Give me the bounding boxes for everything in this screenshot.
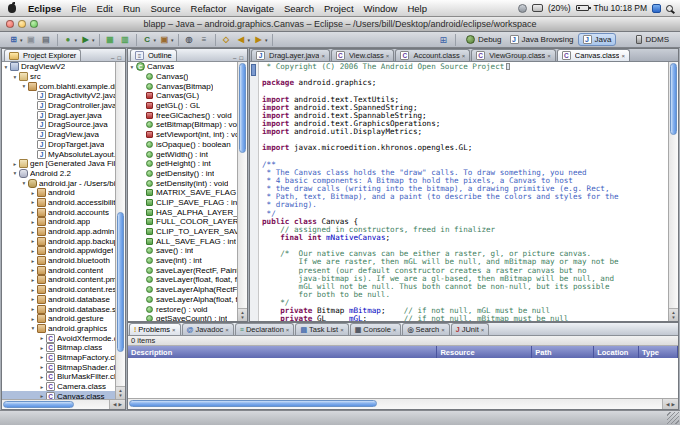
last-edit-location-button[interactable]: ◇ xyxy=(220,34,233,46)
tree-item-dragviewv2[interactable]: ▾DragViewV2 xyxy=(2,62,115,72)
tree-item-android-content[interactable]: ▸android.content xyxy=(2,265,115,275)
disclosure-triangle-icon[interactable]: ▸ xyxy=(29,199,37,205)
perspective-java-browsing[interactable]: Java Browsing xyxy=(506,34,578,45)
tree-item-src[interactable]: ▾src xyxy=(2,72,115,82)
menu-help[interactable]: Help xyxy=(402,3,432,14)
tree-item-savelayeralpha-rectf-int-i[interactable]: saveLayerAlpha(RectF, int, i... xyxy=(128,285,237,295)
disclosure-triangle-icon[interactable]: ▸ xyxy=(38,345,46,351)
menu-run[interactable]: Run xyxy=(118,3,145,14)
close-tab-icon[interactable]: × xyxy=(462,53,466,59)
editor-vscroll-arrows[interactable]: ▲▼ xyxy=(669,308,678,321)
explorer-hscroll-arrows[interactable]: ◀▶ xyxy=(109,400,125,409)
disclosure-triangle-icon[interactable]: ▸ xyxy=(38,335,46,341)
problems-table-body[interactable] xyxy=(128,358,678,398)
tree-item-clip-save-flag-int[interactable]: CLIP_SAVE_FLAG : int xyxy=(128,198,237,208)
disclosure-triangle-icon[interactable]: ▸ xyxy=(29,238,37,244)
tree-item-clip-to-layer-save-fla[interactable]: CLIP_TO_LAYER_SAVE_FLA... xyxy=(128,227,237,237)
tree-item-savelayer-rectf-paint-int[interactable]: saveLayer(RectF, Paint, int)... xyxy=(128,265,237,275)
tree-item-android-2-2[interactable]: ▾Android 2.2 xyxy=(2,169,115,179)
back-button-dropdown-icon[interactable]: ▾ xyxy=(248,37,251,43)
tree-item-canvas-class[interactable]: ▸Canvas.class xyxy=(2,391,115,399)
tree-item-android-accessibilityservi[interactable]: ▸android.accessibilityservi... xyxy=(2,198,115,208)
tree-item-matrix-save-flag-int[interactable]: MATRIX_SAVE_FLAG : int xyxy=(128,188,237,198)
disclosure-triangle-icon[interactable]: ▸ xyxy=(11,161,19,167)
editor-tab-view-class[interactable]: View.class× xyxy=(331,49,394,61)
time-machine-icon[interactable] xyxy=(518,4,527,13)
tree-item-getheight-int[interactable]: getHeight() : int xyxy=(128,159,237,169)
problems-hscroll-arrows[interactable]: ◀▶ xyxy=(662,399,678,409)
tree-item-dragactivityv2-java[interactable]: DragActivityV2.java xyxy=(2,91,115,101)
tree-item-getsavecount-int[interactable]: getSaveCount() : int xyxy=(128,314,237,321)
tree-item-save-int[interactable]: save() : int xyxy=(128,246,237,256)
tree-item-android-database[interactable]: ▸android.database xyxy=(2,295,115,305)
disclosure-triangle-icon[interactable]: ▾ xyxy=(20,180,28,186)
tree-item-getdensity-int[interactable]: getDensity() : int xyxy=(128,169,237,179)
explorer-vscrollbar[interactable]: ▲▼ xyxy=(115,62,125,399)
column-header-type[interactable]: Type xyxy=(639,346,678,358)
column-header-resource[interactable]: Resource xyxy=(437,346,532,358)
disclosure-triangle-icon[interactable]: ▸ xyxy=(29,267,37,273)
disclosure-triangle-icon[interactable]: ▾ xyxy=(11,170,19,176)
tree-item-android-content-pm[interactable]: ▸android.content.pm xyxy=(2,275,115,285)
close-view-tab-icon[interactable]: × xyxy=(225,327,229,333)
forward-button-dropdown-icon[interactable]: ▾ xyxy=(265,37,268,43)
problems-hscrollbar[interactable]: ◀▶ xyxy=(128,398,678,409)
tree-item-android-database-sqlite[interactable]: ▸android.database.sqlite xyxy=(2,304,115,314)
menu-edit[interactable]: Edit xyxy=(92,3,118,14)
tree-item-canvas-bitmap[interactable]: Canvas(Bitmap) xyxy=(128,81,237,91)
view-tab-problems[interactable]: !Problems× xyxy=(129,323,181,335)
perspective-debug[interactable]: Debug xyxy=(462,34,506,45)
disclosure-triangle-icon[interactable]: ▸ xyxy=(29,306,37,312)
disclosure-triangle-icon[interactable]: ▾ xyxy=(11,74,19,80)
tree-item-android-content-res[interactable]: ▸android.content.res xyxy=(2,285,115,295)
disclosure-triangle-icon[interactable]: ▸ xyxy=(29,296,37,302)
menu-search[interactable]: Search xyxy=(279,3,319,14)
close-window-button[interactable] xyxy=(6,20,14,28)
tree-item-android-app-admin[interactable]: ▸android.app.admin xyxy=(2,227,115,237)
close-view-tab-icon[interactable]: × xyxy=(340,327,344,333)
search-button[interactable]: ◎ xyxy=(183,34,196,46)
tree-item-bitmapfactory-class[interactable]: ▸BitmapFactory.class xyxy=(2,353,115,363)
menu-file[interactable]: File xyxy=(66,3,91,14)
outline-vscroll-thumb[interactable] xyxy=(239,63,246,153)
column-header-path[interactable]: Path xyxy=(532,346,594,358)
close-view-tab-icon[interactable]: × xyxy=(481,327,485,333)
disclosure-triangle-icon[interactable]: ▸ xyxy=(38,374,46,380)
tree-item-dragsource-java[interactable]: DragSource.java xyxy=(2,120,115,130)
disclosure-triangle-icon[interactable]: ▸ xyxy=(29,190,37,196)
column-header-location[interactable]: Location xyxy=(594,346,639,358)
tree-item-android-accounts[interactable]: ▸android.accounts xyxy=(2,207,115,217)
tree-item-all-save-flag-int[interactable]: ALL_SAVE_FLAG : int xyxy=(128,236,237,246)
tree-item-android-app-backup[interactable]: ▸android.app.backup xyxy=(2,236,115,246)
tree-item-bitmap-class[interactable]: ▸Bitmap.class xyxy=(2,343,115,353)
new-package-button-dropdown-icon[interactable]: ▾ xyxy=(171,37,174,43)
disclosure-triangle-icon[interactable]: ▾ xyxy=(20,83,28,89)
annotation-ruler[interactable] xyxy=(250,62,259,321)
tree-item-getwidth-int[interactable]: getWidth() : int xyxy=(128,149,237,159)
tree-item-gen-generated-java-files[interactable]: ▸gen [Generated Java Files] xyxy=(2,159,115,169)
disclosure-triangle-icon[interactable]: ▸ xyxy=(29,316,37,322)
close-view-tab-icon[interactable]: × xyxy=(441,327,445,333)
menu-eclipse[interactable]: Eclipse xyxy=(23,3,66,14)
tab-project-explorer[interactable]: Project Explorer xyxy=(4,49,81,61)
close-tab-icon[interactable]: × xyxy=(321,53,325,59)
close-view-tab-icon[interactable]: × xyxy=(172,327,176,333)
view-tab-search[interactable]: ◎Search× xyxy=(402,323,449,335)
tree-item-camera-class[interactable]: ▸Camera.class xyxy=(2,382,115,392)
displays-icon[interactable] xyxy=(532,4,543,12)
tree-item-draglayer-java[interactable]: DragLayer.java xyxy=(2,110,115,120)
open-perspective-button[interactable]: ⊞ xyxy=(439,35,447,45)
editor-tab-canvas-class[interactable]: Canvas.class× xyxy=(557,49,630,61)
maximize-view-icon[interactable]: □ xyxy=(117,55,121,61)
battery-icon[interactable] xyxy=(576,5,589,11)
view-tab-console[interactable]: ▦Console× xyxy=(350,323,402,335)
new-wizard-button[interactable]: ⊞ xyxy=(7,34,20,46)
perspective-java[interactable]: Java xyxy=(578,33,617,46)
tree-item-com-blahti-example-drag2[interactable]: ▾com.blahti.example.drag2 xyxy=(2,81,115,91)
explorer-hscrollbar[interactable]: ◀▶ xyxy=(2,399,125,409)
code-editor[interactable]: * Copyright (C) 2006 The Android Open So… xyxy=(259,62,668,321)
column-header-description[interactable]: Description xyxy=(128,346,437,358)
resize-grip[interactable] xyxy=(667,412,679,424)
outline-vscrollbar[interactable]: ▲▼ xyxy=(237,62,247,321)
tree-item-myabsolutelayout-java[interactable]: MyAbsoluteLayout.java xyxy=(2,149,115,159)
